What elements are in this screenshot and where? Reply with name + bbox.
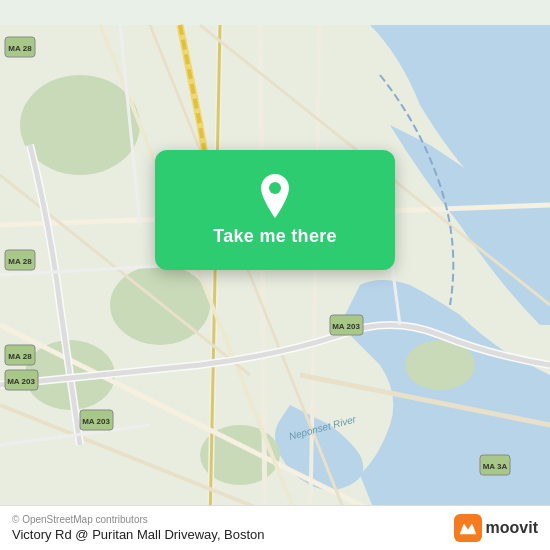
svg-text:MA 28: MA 28	[8, 44, 32, 53]
location-pin-icon	[257, 174, 293, 218]
location-label: Victory Rd @ Puritan Mall Driveway, Bost…	[12, 527, 265, 542]
svg-point-2	[110, 265, 210, 345]
svg-point-1	[20, 75, 140, 175]
svg-text:MA 203: MA 203	[7, 377, 35, 386]
map-container: MA 28 MA 28 MA 28 MA 203 MA 203 MA 203 M…	[0, 0, 550, 550]
svg-text:MA 3A: MA 3A	[483, 462, 508, 471]
svg-text:MA 203: MA 203	[82, 417, 110, 426]
svg-text:MA 28: MA 28	[8, 257, 32, 266]
moovit-icon	[454, 514, 482, 542]
svg-point-37	[269, 182, 281, 194]
moovit-brand-name: moovit	[486, 519, 538, 537]
moovit-logo: moovit	[454, 514, 538, 542]
svg-rect-38	[454, 514, 482, 542]
bottom-bar: © OpenStreetMap contributors Victory Rd …	[0, 505, 550, 550]
take-me-there-button[interactable]: Take me there	[213, 226, 337, 247]
svg-text:MA 28: MA 28	[8, 352, 32, 361]
svg-text:MA 203: MA 203	[332, 322, 360, 331]
copyright-text: © OpenStreetMap contributors	[12, 514, 265, 525]
action-card: Take me there	[155, 150, 395, 270]
bottom-left-info: © OpenStreetMap contributors Victory Rd …	[12, 514, 265, 542]
